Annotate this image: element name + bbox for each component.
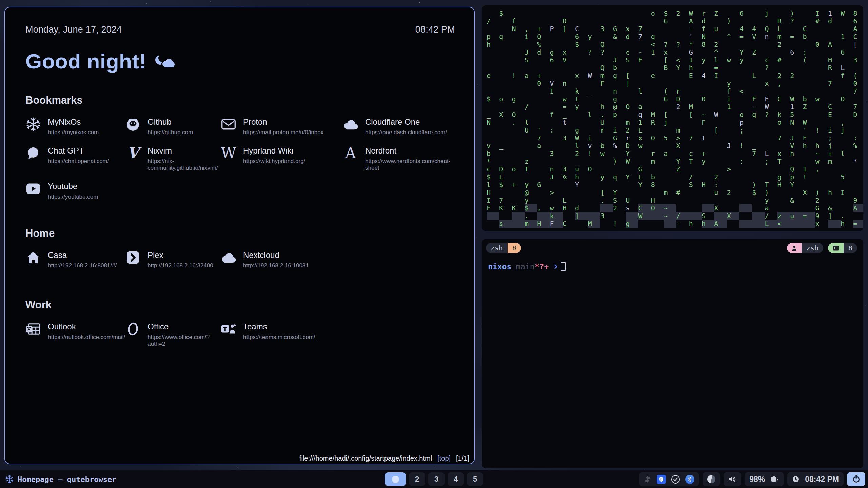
bookmark-link-chat-gpt[interactable]: Chat GPT https://chat.openai.com/ xyxy=(25,145,125,171)
check-circle-icon[interactable] xyxy=(671,475,680,484)
bookmark-title: Nerdfont xyxy=(365,146,455,156)
terminal-icon xyxy=(828,243,844,253)
section-bookmarks: Bookmarks MyNixOs https://mynixos.com Gi… xyxy=(25,94,455,200)
greeting-text: Good night! xyxy=(25,49,146,73)
moon-cloud-icon xyxy=(153,53,176,69)
startpage-date: Monday, June 17, 2024 xyxy=(25,24,122,35)
bookmark-title: Outlook xyxy=(48,322,125,331)
prompt-git-status: *?+ xyxy=(535,262,549,271)
bookmark-title: Chat GPT xyxy=(48,146,109,156)
bookmark-link-github[interactable]: Github https://github.com xyxy=(125,117,221,136)
bookmark-link-hyprland-wiki[interactable]: W Hyprland Wiki https://wiki.hyprland.or… xyxy=(221,145,343,171)
bookmark-url: http://192.168.2.16:10081 xyxy=(243,262,309,269)
clock-icon xyxy=(792,475,800,483)
github-icon xyxy=(125,117,141,132)
statusline-scroll-position: [top] xyxy=(437,454,451,462)
wikipedia-icon: W xyxy=(221,145,236,161)
section-heading: Home xyxy=(25,227,455,240)
letter-a-icon: A xyxy=(343,145,358,161)
shield-icon[interactable] xyxy=(657,475,666,484)
bookmark-title: Nixvim xyxy=(147,146,221,156)
bookmark-title: Hyprland Wiki xyxy=(243,146,305,156)
bookmark-grid: MyNixOs https://mynixos.com Github https… xyxy=(25,117,455,200)
bookmark-title: Nextcloud xyxy=(243,250,309,260)
user-icon xyxy=(787,243,802,253)
startpage-time: 08:42 PM xyxy=(415,24,455,35)
workspace-3[interactable]: 3 xyxy=(428,472,445,486)
bookmark-link-nextcloud[interactable]: Nextcloud http://192.168.2.16:10081 xyxy=(221,250,343,269)
wallpaper-stars xyxy=(0,0,0,0)
power-icon xyxy=(853,476,860,483)
bookmark-title: Proton xyxy=(243,117,323,127)
prompt-host: nixos xyxy=(488,262,511,271)
qutebrowser-statusline: file:///home/hadi/.config/startpage/inde… xyxy=(299,454,469,462)
bookmark-url: http://192.168.2.16:32400 xyxy=(147,262,213,269)
taskbar-window-title-area: Homepage — qutebrowser xyxy=(3,475,116,484)
tmux-host-pill[interactable]: 8 xyxy=(828,243,857,253)
bluetooth-icon[interactable] xyxy=(685,475,694,484)
bookmark-url: https://www.nerdfonts.com/cheat-sheet xyxy=(365,158,455,171)
shell-prompt[interactable]: nixos main *?+ xyxy=(488,262,863,271)
bookmark-link-cloudflare-one[interactable]: Cloudflare One https://one.dash.cloudfla… xyxy=(343,117,455,136)
bookmark-url: https://teams.microsoft.com/_ xyxy=(243,334,318,341)
outlook-icon xyxy=(25,321,41,337)
bookmark-title: MyNixOs xyxy=(48,117,99,127)
clock-time: 08:42 PM xyxy=(805,475,839,484)
workspace-5[interactable]: 5 xyxy=(467,472,483,486)
bookmark-link-teams[interactable]: Teams https://teams.microsoft.com/_ xyxy=(221,321,343,347)
youtube-icon xyxy=(25,181,41,197)
bookmark-link-plex[interactable]: Plex http://192.168.2.16:32400 xyxy=(125,250,221,269)
chat-bubble-icon xyxy=(25,145,41,161)
home-icon xyxy=(25,250,41,265)
tmux-window-tab[interactable]: zsh 0 xyxy=(486,243,521,253)
workspace-2[interactable]: 2 xyxy=(409,472,425,486)
bookmark-url: https://www.office.com/?auth=2 xyxy=(147,334,221,347)
bookmark-link-outlook[interactable]: Outlook https://outlook.office.com/mail/ xyxy=(25,321,125,347)
bookmark-link-youtube[interactable]: Youtube https://youtube.com xyxy=(25,181,125,200)
bookmark-url: http://192.168.2.16:8081/#/ xyxy=(48,262,117,269)
workspace-1[interactable] xyxy=(385,472,406,486)
system-tray xyxy=(639,472,699,486)
startpage-sections: Bookmarks MyNixOs https://mynixos.com Gi… xyxy=(25,94,455,347)
matrix-terminal-window[interactable]: $ o$2WrZ 6 j ) I1W8/ f D G Ad ) R? #d 6 … xyxy=(482,5,863,231)
bookmark-url: https://outlook.office.com/mail/ xyxy=(48,334,125,341)
shell-terminal-window[interactable]: zsh 0 zsh 8 xyxy=(482,239,863,468)
night-light-icon[interactable] xyxy=(707,475,715,483)
bookmark-link-office[interactable]: Office https://www.office.com/?auth=2 xyxy=(125,321,221,347)
sync-icon[interactable] xyxy=(644,476,651,483)
bookmark-title: Office xyxy=(147,322,221,331)
bookmark-url: https://youtube.com xyxy=(48,194,98,200)
battery-group: 98% xyxy=(745,472,784,486)
statusline-url: file:///home/hadi/.config/startpage/inde… xyxy=(299,454,432,462)
power-button[interactable] xyxy=(847,472,865,486)
bookmark-link-nerdfont[interactable]: A Nerdfont https://www.nerdfonts.com/che… xyxy=(343,145,455,171)
terminal-cursor xyxy=(561,262,566,271)
active-workspace-dot xyxy=(392,476,399,483)
tmux-window-index: 0 xyxy=(508,243,521,253)
bookmark-link-casa[interactable]: Casa http://192.168.2.16:8081/#/ xyxy=(25,250,125,269)
mail-icon xyxy=(221,117,236,132)
section-heading: Work xyxy=(25,299,455,311)
bookmark-title: Cloudflare One xyxy=(365,117,447,127)
nix-snowflake-icon[interactable] xyxy=(5,475,14,483)
bookmark-url: https://github.com xyxy=(147,129,193,136)
battery-percentage: 98% xyxy=(749,475,765,484)
section-home: Home Casa http://192.168.2.16:8081/#/ Pl… xyxy=(25,227,455,269)
bookmark-link-proton[interactable]: Proton https://mail.proton.me/u/0/inbox xyxy=(221,117,343,136)
tmux-session-pill[interactable]: zsh xyxy=(787,243,823,253)
taskbar-tray-area: 98% 08:42 PM xyxy=(639,472,865,486)
bookmark-title: Youtube xyxy=(48,182,98,191)
office-icon xyxy=(125,321,141,337)
bookmark-title: Casa xyxy=(48,250,117,260)
tmux-host-label: 8 xyxy=(844,243,857,253)
night-light-group xyxy=(703,472,720,486)
bookmark-link-nixvim[interactable]: V Nixvim https://nix-community.github.io… xyxy=(125,145,221,171)
section-work: Work Outlook https://outlook.office.com/… xyxy=(25,299,455,347)
qutebrowser-window[interactable]: Monday, June 17, 2024 08:42 PM Good nigh… xyxy=(4,7,475,464)
volume-icon[interactable] xyxy=(728,476,736,483)
tmux-session-name: zsh xyxy=(802,243,823,253)
workspace-4[interactable]: 4 xyxy=(448,472,464,486)
bookmark-link-mynixos[interactable]: MyNixOs https://mynixos.com xyxy=(25,117,125,136)
bookmark-url: https://mail.proton.me/u/0/inbox xyxy=(243,129,323,136)
nix-snowflake-icon xyxy=(25,117,41,132)
